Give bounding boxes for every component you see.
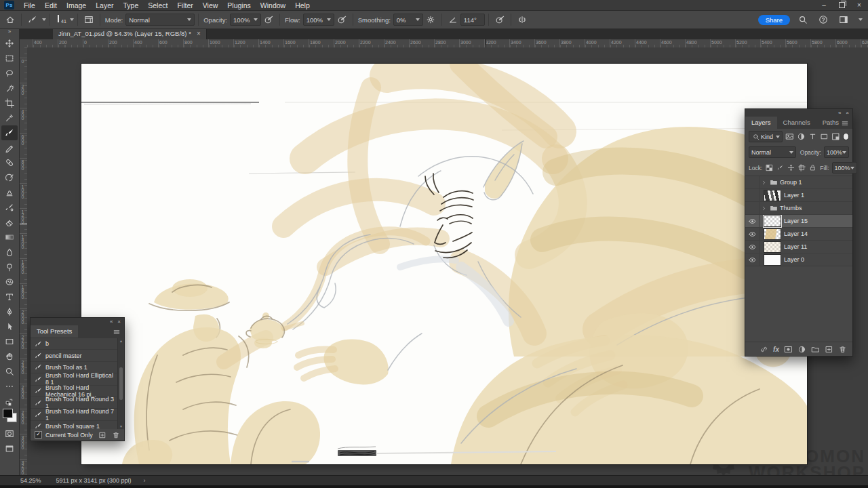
tab-tool-presets[interactable]: Tool Presets [31,325,78,338]
tool-magic-wand[interactable] [1,81,18,96]
flow-select[interactable]: 100% [303,14,334,26]
lock-transparent-icon[interactable] [766,164,773,171]
layer-row[interactable]: Layer 15 [745,215,852,228]
menu-view[interactable]: View [198,1,223,9]
tool-preset-row[interactable]: b [31,338,118,350]
tool-spot-healing[interactable] [1,155,18,170]
layer-row[interactable]: Layer 14 [745,228,852,241]
symmetry-icon[interactable] [515,13,530,26]
tool-marquee[interactable] [1,51,18,66]
layer-visibility-toggle[interactable] [745,253,760,266]
layer-name[interactable]: Layer 15 [784,218,808,224]
tool-screen-mode[interactable] [1,441,18,456]
layer-name[interactable]: Group 1 [780,179,802,186]
blend-mode-select[interactable]: Normal [125,14,195,26]
layer-thumbnail[interactable] [764,228,781,240]
tool-shape[interactable] [1,334,18,349]
expand-icon[interactable] [761,205,768,211]
panel-menu-icon[interactable] [841,119,849,129]
tool-sponge[interactable] [1,274,18,289]
layer-row[interactable]: Layer 11 [745,241,852,253]
panel-collapse-icon[interactable]: « [110,319,113,325]
layer-blend-mode-select[interactable]: Normal [749,146,796,158]
tool-move[interactable] [1,36,18,51]
tab-close-icon[interactable]: × [197,30,201,37]
tool-brush[interactable] [1,125,18,140]
tab-layers[interactable]: Layers [745,117,777,129]
layer-thumbnail[interactable] [764,216,781,227]
scroll-up-icon[interactable]: ▲ [119,339,123,343]
menu-filter[interactable]: Filter [172,1,197,9]
current-tool-only-checkbox[interactable]: ✓ [35,431,42,439]
preset-scrollbar[interactable]: ▲ ▼ [117,338,124,429]
search-icon[interactable] [795,13,810,26]
tool-preset-row[interactable]: Brush Tool Hard Round 7 1 [31,409,118,420]
tool-hand[interactable] [1,349,18,364]
layer-thumbnail[interactable] [764,190,781,201]
tool-edit-toolbar[interactable] [1,379,18,394]
tool-quick-mask[interactable] [1,426,18,441]
tool-path-select[interactable] [1,319,18,334]
lock-artboard-icon[interactable] [798,164,806,171]
menu-select[interactable]: Select [143,1,172,9]
layer-opacity-select[interactable]: 100% [824,146,849,158]
layer-name[interactable]: Layer 0 [784,256,804,263]
menu-plugins[interactable]: Plugins [222,1,255,9]
pressure-size-icon[interactable] [492,13,507,26]
brush-tool-icon[interactable] [25,13,40,26]
layer-name[interactable]: Layer 1 [784,192,804,199]
menu-layer[interactable]: Layer [91,1,118,9]
lock-all-icon[interactable] [809,164,816,171]
menu-edit[interactable]: Edit [40,1,62,9]
pixel-layers-filter-icon[interactable] [785,132,794,141]
delete-layer-icon[interactable] [838,345,847,354]
new-group-icon[interactable] [811,345,820,354]
layer-row[interactable]: Group 1 [745,176,852,189]
layer-visibility-toggle[interactable] [745,176,760,188]
layer-name[interactable]: Layer 11 [784,243,807,250]
layer-mask-icon[interactable] [784,345,793,354]
menu-type[interactable]: Type [118,1,143,9]
layer-name[interactable]: Layer 14 [784,230,808,237]
tool-type[interactable] [1,289,18,304]
layer-row[interactable]: Thumbs [745,202,852,215]
lock-paint-icon[interactable] [776,164,784,171]
menu-help[interactable]: Help [290,1,315,9]
brush-angle-field[interactable]: 114° [460,14,485,26]
lock-move-icon[interactable] [787,164,795,171]
menu-file[interactable]: File [19,1,40,9]
foreground-color-swatch[interactable] [3,409,13,418]
opacity-select[interactable]: 100% [230,14,261,26]
menu-image[interactable]: Image [62,1,91,9]
default-colors-icon[interactable] [3,398,16,406]
tool-pen[interactable] [1,304,18,319]
layer-thumbnail[interactable] [764,241,781,253]
tool-crop[interactable] [1,96,18,110]
pressure-opacity-icon[interactable] [261,13,276,26]
layer-thumbnail[interactable] [764,254,781,266]
smart-objects-filter-icon[interactable] [831,132,840,141]
tool-pencil[interactable] [1,140,18,155]
menu-window[interactable]: Window [256,1,290,9]
layer-visibility-toggle[interactable] [745,189,760,201]
tool-blur[interactable] [1,245,18,260]
panel-close-icon[interactable]: × [846,110,849,116]
tool-lasso[interactable] [1,66,18,81]
tool-preset-row[interactable]: Brush Tool square 1 [31,421,118,429]
layer-row[interactable]: Layer 1 [745,189,852,202]
layer-row[interactable]: Layer 0 [745,253,852,266]
tool-gradient[interactable] [1,230,18,245]
layer-visibility-toggle[interactable] [745,202,760,214]
adjustment-layer-icon[interactable] [797,345,806,354]
tool-eyedropper[interactable] [1,110,18,125]
layer-filter-toggle[interactable] [843,133,849,140]
new-preset-icon[interactable] [98,431,106,439]
workspace-switcher-icon[interactable] [836,13,851,26]
tool-zoom[interactable] [1,364,18,379]
brush-settings-panel-icon[interactable] [81,13,96,26]
type-layers-filter-icon[interactable] [808,132,817,141]
layer-visibility-toggle[interactable] [745,215,760,227]
status-options-icon[interactable]: › [143,477,145,484]
color-swatches[interactable] [3,409,17,422]
restore-button[interactable] [833,0,850,10]
